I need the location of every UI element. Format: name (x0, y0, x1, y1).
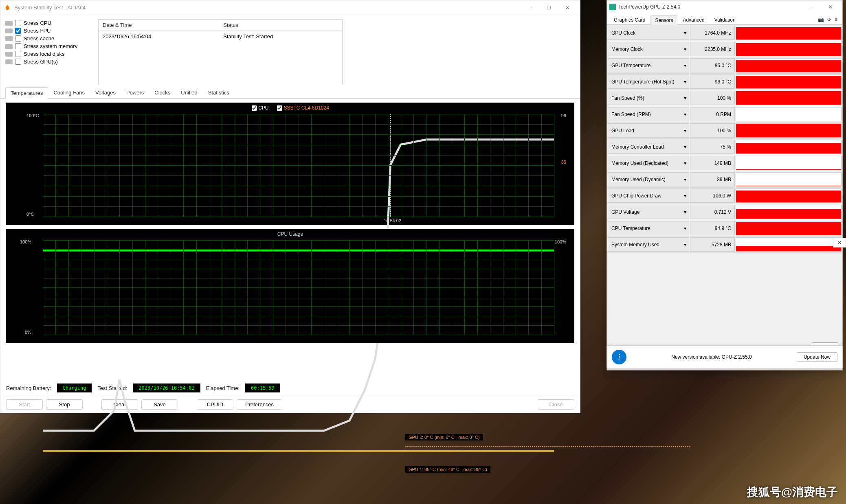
sensor-row: GPU Clock▾ 1764.0 MHz (607, 25, 842, 41)
stress-label: Stress FPU (24, 28, 51, 34)
sensor-value[interactable]: 0 RPM (690, 107, 735, 121)
sensor-value[interactable]: 2235.0 MHz (690, 42, 735, 56)
legend-cpu[interactable]: CPU (251, 105, 268, 111)
gpuz-minimize-button[interactable]: ─ (802, 1, 821, 13)
gpuz-tab-advanced[interactable]: Advanced (678, 15, 709, 24)
sensor-value[interactable]: 0.712 V (690, 205, 735, 219)
y-axis-bot: 0°C (26, 212, 34, 217)
sensor-name[interactable]: Memory Used (Dedicated)▾ (608, 156, 689, 170)
stress-option-0[interactable]: Stress CPU (5, 19, 90, 27)
stress-label: Stress cache (24, 35, 54, 42)
sensor-graph (736, 123, 842, 138)
sensor-graph (736, 58, 842, 72)
sensor-value[interactable]: 96.0 °C (690, 75, 735, 89)
gpuz-tab-validation[interactable]: Validation (710, 15, 740, 24)
sensor-name[interactable]: CPU Temperature▾ (608, 221, 689, 235)
tab-powers[interactable]: Powers (121, 87, 149, 98)
sensor-value[interactable]: 1764.0 MHz (690, 26, 735, 40)
sensor-value[interactable]: 149 MB (690, 156, 735, 170)
sensor-name[interactable]: Fan Speed (RPM)▾ (608, 107, 689, 121)
sensor-value[interactable]: 75 % (690, 140, 735, 154)
sensor-row: GPU Load▾ 100 % (607, 123, 842, 139)
hwmonitor-overlay: GPU 2: 0° C (min: 0° C - max: 0° C) GPU … (405, 434, 690, 475)
chevron-down-icon[interactable]: ▾ (684, 79, 686, 85)
sensor-name[interactable]: GPU Clock▾ (608, 26, 689, 40)
sensor-row: GPU Voltage▾ 0.712 V (607, 204, 842, 220)
tab-clocks[interactable]: Clocks (149, 87, 176, 98)
sensor-value[interactable]: 39 MB (690, 172, 735, 186)
chevron-down-icon[interactable]: ▾ (684, 112, 686, 117)
sensor-value[interactable]: 100 % (690, 91, 735, 105)
stress-option-3[interactable]: Stress system memory (5, 42, 90, 50)
legend-ssd[interactable]: SSSTC CL4-8D1024 (277, 105, 329, 111)
chevron-down-icon[interactable]: ▾ (684, 30, 686, 36)
gpuz-window: TechPowerUp GPU-Z 2.54.0 ─ ✕ Graphics Ca… (606, 0, 843, 370)
hw-icon (5, 21, 13, 26)
gpuz-tab-sensors[interactable]: Sensors (650, 15, 677, 25)
stress-checkbox[interactable] (15, 35, 21, 42)
sensor-name[interactable]: GPU Chip Power Draw▾ (608, 188, 689, 203)
chevron-down-icon[interactable]: ▾ (684, 144, 686, 150)
camera-icon[interactable]: 📷 (818, 17, 824, 23)
maximize-button[interactable]: ☐ (539, 2, 558, 14)
tab-unified[interactable]: Unified (176, 87, 202, 98)
stress-label: Stress system memory (24, 43, 77, 49)
stress-option-5[interactable]: Stress GPU(s) (5, 58, 90, 66)
sensor-value[interactable]: 106.0 W (690, 188, 735, 203)
sensor-name[interactable]: GPU Voltage▾ (608, 205, 689, 219)
stress-checkbox[interactable] (15, 20, 21, 26)
hamburger-icon[interactable]: ≡ (835, 17, 837, 23)
chevron-down-icon[interactable]: ▾ (684, 160, 686, 166)
stress-option-1[interactable]: Stress FPU (5, 27, 90, 35)
usage-r-top: 100% (555, 239, 566, 244)
sensor-row: Memory Clock▾ 2235.0 MHz (607, 41, 842, 57)
chevron-down-icon[interactable]: ▾ (684, 226, 686, 231)
sensor-name[interactable]: Fan Speed (%)▾ (608, 91, 689, 105)
chevron-down-icon[interactable]: ▾ (684, 95, 686, 101)
stress-checkbox[interactable] (15, 59, 21, 65)
chevron-down-icon[interactable]: ▾ (684, 177, 686, 182)
tab-statistics[interactable]: Statistics (203, 87, 235, 98)
close-button[interactable]: ✕ (558, 2, 577, 14)
update-now-button[interactable]: Update Now (797, 352, 837, 362)
gpuz-tab-graphics-card[interactable]: Graphics Card (609, 15, 650, 24)
minimize-button[interactable]: ─ (521, 2, 539, 14)
stress-label: Stress local disks (24, 51, 64, 57)
sensor-name[interactable]: GPU Temperature▾ (608, 58, 689, 72)
sensor-value[interactable]: 85.0 °C (690, 58, 735, 72)
tab-voltages[interactable]: Voltages (90, 87, 121, 98)
sensor-graph (736, 172, 842, 186)
sensor-name[interactable]: System Memory Used▾ (608, 237, 689, 252)
chevron-down-icon[interactable]: ▾ (684, 193, 686, 199)
tab-temperatures[interactable]: Temperatures (5, 87, 48, 99)
refresh-icon[interactable]: ⟳ (827, 17, 831, 23)
stress-option-4[interactable]: Stress local disks (5, 50, 90, 58)
gpuz-titlebar[interactable]: TechPowerUp GPU-Z 2.54.0 ─ ✕ (607, 0, 842, 13)
chevron-down-icon[interactable]: ▾ (684, 63, 686, 68)
stress-checkbox[interactable] (15, 28, 21, 34)
gpuz-tabbar: Graphics CardSensorsAdvancedValidation 📷… (607, 13, 842, 25)
usage-chart-title: CPU Usage (277, 231, 303, 237)
stress-checkbox[interactable] (15, 51, 21, 57)
sensor-value[interactable]: 100 % (690, 123, 735, 138)
aida64-titlebar[interactable]: System Stability Test - AIDA64 ─ ☐ ✕ (0, 0, 580, 15)
sensor-value[interactable]: 5728 MB (690, 237, 735, 252)
sensor-row: Memory Controller Load▾ 75 % (607, 139, 842, 155)
sensor-name[interactable]: GPU Load▾ (608, 123, 689, 138)
sensor-name[interactable]: Memory Controller Load▾ (608, 140, 689, 154)
chevron-down-icon[interactable]: ▾ (684, 242, 686, 248)
start-button[interactable]: Start (6, 399, 43, 410)
sensor-name[interactable]: Memory Clock▾ (608, 42, 689, 56)
stray-close-button[interactable]: ✕ (833, 238, 846, 248)
stress-option-2[interactable]: Stress cache (5, 35, 90, 42)
tab-cooling-fans[interactable]: Cooling Fans (48, 87, 90, 98)
sensor-name[interactable]: GPU Temperature (Hot Spot)▾ (608, 75, 689, 89)
chevron-down-icon[interactable]: ▾ (684, 128, 686, 134)
log-row[interactable]: 2023/10/26 16:54:04 Stability Test: Star… (99, 31, 342, 42)
stress-checkbox[interactable] (15, 43, 21, 49)
gpuz-close-button[interactable]: ✕ (821, 1, 840, 13)
sensor-name[interactable]: Memory Used (Dynamic)▾ (608, 172, 689, 186)
sensor-value[interactable]: 94.9 °C (690, 221, 735, 235)
chevron-down-icon[interactable]: ▾ (684, 46, 686, 52)
chevron-down-icon[interactable]: ▾ (684, 209, 686, 215)
